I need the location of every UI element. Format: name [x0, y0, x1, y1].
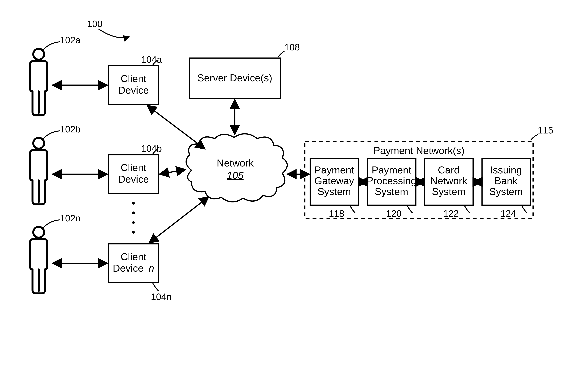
- svg-text:Payment: Payment: [315, 164, 354, 176]
- user-a: 102a: [30, 35, 81, 115]
- svg-text:122: 122: [443, 208, 459, 219]
- client-device-n-ref: 104n: [151, 292, 172, 302]
- svg-line-40: [159, 169, 186, 174]
- svg-text:118: 118: [329, 208, 344, 219]
- svg-point-8: [132, 211, 135, 214]
- payment-processing-system: Payment Processing System 120: [367, 159, 416, 219]
- svg-text:System: System: [317, 186, 351, 197]
- network-cloud: Network 105: [186, 134, 287, 202]
- ellipsis-dots: [132, 202, 135, 233]
- svg-line-39: [147, 105, 205, 149]
- payment-network-ref: 115: [538, 125, 553, 135]
- server-device: Server Device(s) 108: [189, 42, 300, 99]
- svg-text:120: 120: [386, 208, 401, 219]
- svg-point-0: [33, 49, 44, 60]
- user-a-ref: 102a: [60, 35, 81, 45]
- client-device-b-line2: Device: [118, 174, 149, 185]
- svg-point-10: [132, 231, 135, 233]
- network-ref: 105: [227, 170, 244, 181]
- client-device-b: Client Device 104b: [108, 143, 162, 194]
- svg-text:System: System: [375, 186, 408, 197]
- client-device-a-line2: Device: [118, 85, 149, 96]
- user-b: 102b: [30, 124, 81, 204]
- client-device-a-line1: Client: [121, 73, 146, 84]
- user-b-ref: 102b: [60, 124, 81, 134]
- payment-gateway-system: Payment Gateway System 118: [310, 159, 358, 219]
- client-device-b-line1: Client: [121, 162, 146, 173]
- svg-text:124: 124: [501, 208, 516, 219]
- svg-text:Processing: Processing: [367, 175, 416, 186]
- svg-text:Issuing: Issuing: [490, 164, 522, 176]
- svg-text:Payment: Payment: [372, 164, 411, 176]
- user-n: 102n: [30, 213, 81, 293]
- svg-line-41: [149, 197, 209, 243]
- payment-network-title: Payment Network(s): [373, 145, 464, 156]
- figure-ref-label: 100: [87, 19, 103, 29]
- card-network-system: Card Network System 122: [425, 159, 473, 219]
- svg-text:System: System: [489, 186, 523, 197]
- server-ref: 108: [284, 42, 300, 52]
- network-line1: Network: [217, 158, 254, 169]
- issuing-bank-system: Issuing Bank System 124: [482, 159, 530, 219]
- system-diagram: 100 102a 102b 102n Client Device 104a Cl…: [0, 0, 588, 337]
- client-device-n-suffix: n: [148, 263, 154, 274]
- svg-point-1: [33, 138, 44, 148]
- client-device-n: Client Device n 104n: [108, 244, 172, 302]
- svg-text:System: System: [432, 186, 465, 197]
- svg-text:Network: Network: [430, 175, 467, 186]
- client-device-n-line2: Device: [113, 263, 144, 274]
- client-device-a: Client Device 104a: [108, 54, 162, 105]
- svg-text:Gateway: Gateway: [315, 175, 354, 186]
- client-device-n-line1: Client: [121, 251, 146, 262]
- server-label: Server Device(s): [197, 72, 272, 84]
- svg-point-2: [33, 227, 44, 238]
- svg-text:Bank: Bank: [494, 175, 518, 186]
- svg-text:Card: Card: [438, 164, 460, 176]
- svg-point-9: [132, 221, 135, 224]
- client-device-b-ref: 104b: [141, 143, 162, 154]
- client-device-a-ref: 104a: [141, 54, 162, 65]
- payment-network: Payment Network(s) 115 Payment Gateway S…: [305, 125, 553, 219]
- figure-ref: 100: [87, 19, 130, 38]
- svg-point-7: [132, 202, 135, 205]
- user-n-ref: 102n: [60, 213, 81, 223]
